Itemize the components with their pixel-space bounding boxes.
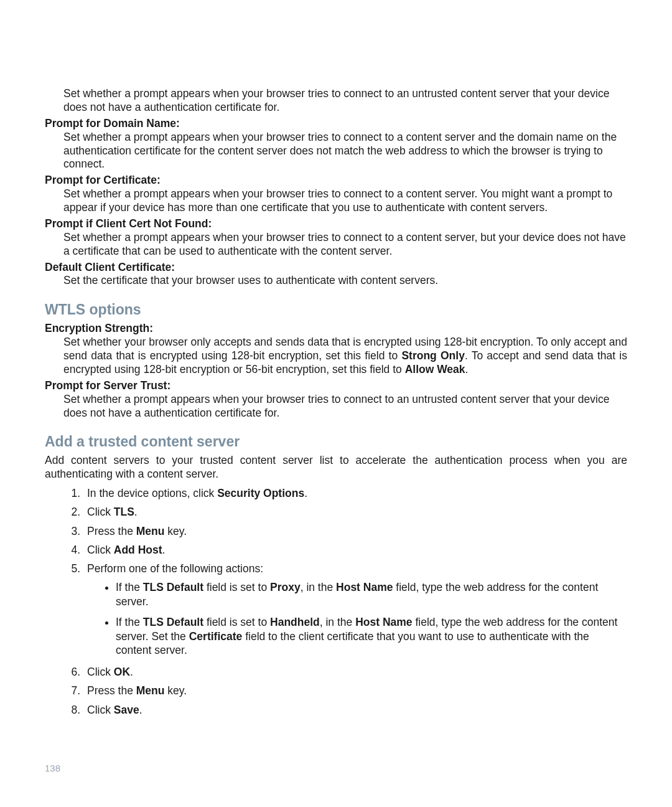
- bold-term: Add Host: [114, 544, 162, 556]
- text-run: .: [130, 666, 133, 678]
- bold-term: Host Name: [355, 616, 412, 628]
- bold-term: TLS: [114, 506, 134, 518]
- step-item: Click Add Host.: [83, 542, 627, 558]
- bold-term: Security Options: [217, 487, 304, 499]
- step-item: Click TLS.: [83, 504, 627, 520]
- ordered-steps: In the device options, click Security Op…: [45, 485, 627, 718]
- text-run: field is set to: [203, 581, 270, 593]
- paragraph: Add content servers to your trusted cont…: [45, 454, 627, 481]
- text-run: .: [134, 506, 138, 518]
- text-run: .: [162, 544, 166, 556]
- section-heading-wtls: WTLS options: [45, 301, 627, 318]
- text-run: .: [139, 704, 142, 716]
- section-heading-add-trusted: Add a trusted content server: [45, 433, 627, 450]
- text-run: Click: [87, 666, 114, 678]
- text-run: Perform one of the following actions:: [87, 562, 263, 575]
- definition-description: Set whether your browser only accepts an…: [63, 336, 627, 377]
- step-item: In the device options, click Security Op…: [83, 485, 627, 501]
- bold-term: Menu: [136, 525, 165, 537]
- bold-term: OK: [114, 666, 130, 678]
- bold-term: Proxy: [270, 581, 301, 593]
- step-item: Click Save.: [83, 702, 627, 718]
- text-run: Press the: [87, 684, 136, 697]
- bold-term: Handheld: [270, 616, 320, 628]
- text-run: Press the: [87, 525, 136, 537]
- bullet-item: If the TLS Default field is set to Proxy…: [116, 580, 627, 609]
- definition-description: Set whether a prompt appears when your b…: [63, 131, 627, 172]
- bold-term: Certificate: [189, 630, 243, 643]
- definition-term: Prompt for Domain Name:: [45, 117, 627, 131]
- text-run: key.: [165, 684, 187, 697]
- text-run: If the: [116, 581, 143, 593]
- text-run: If the: [116, 616, 143, 628]
- definition-term: Prompt for Certificate:: [45, 174, 627, 187]
- step-item: Click OK.: [83, 664, 627, 680]
- page-number: 138: [45, 763, 60, 773]
- text-run: Click: [87, 506, 114, 518]
- step-item: Press the Menu key.: [83, 682, 627, 699]
- text-run: Click: [87, 544, 114, 556]
- bullet-item: If the TLS Default field is set to Handh…: [116, 615, 627, 658]
- bold-term: Host Name: [336, 581, 393, 593]
- definition-term: Encryption Strength:: [45, 322, 627, 336]
- text-run: Click: [87, 704, 114, 716]
- text-run: .: [304, 487, 307, 499]
- definition-term: Prompt for Server Trust:: [45, 379, 627, 393]
- definition-term: Default Client Certificate:: [45, 261, 627, 275]
- text-run: , in the: [301, 581, 336, 593]
- step-item: Perform one of the following actions: If…: [83, 560, 627, 658]
- definition-description: Set whether a prompt appears when your b…: [63, 187, 627, 215]
- bold-term: Allow Weak: [405, 363, 465, 375]
- bold-term: Menu: [136, 684, 165, 697]
- text-run: .: [465, 363, 469, 375]
- definition-description: Set whether a prompt appears when your b…: [63, 87, 627, 115]
- step-item: Press the Menu key.: [83, 523, 627, 539]
- definition-term: Prompt if Client Cert Not Found:: [45, 217, 627, 231]
- text-run: , in the: [320, 616, 355, 628]
- sub-bullets: If the TLS Default field is set to Proxy…: [87, 580, 627, 658]
- definition-description: Set whether a prompt appears when your b…: [63, 393, 627, 420]
- bold-term: TLS Default: [143, 581, 203, 593]
- text-run: In the device options, click: [87, 487, 217, 499]
- bold-term: TLS Default: [143, 616, 203, 628]
- definition-description: Set the certificate that your browser us…: [63, 274, 627, 288]
- bold-term: Strong Only: [401, 349, 464, 362]
- definition-description: Set whether a prompt appears when your b…: [63, 231, 627, 258]
- text-run: key.: [165, 525, 187, 537]
- bold-term: Save: [114, 704, 139, 716]
- text-run: field is set to: [203, 616, 270, 628]
- document-page: Set whether a prompt appears when your b…: [0, 0, 672, 807]
